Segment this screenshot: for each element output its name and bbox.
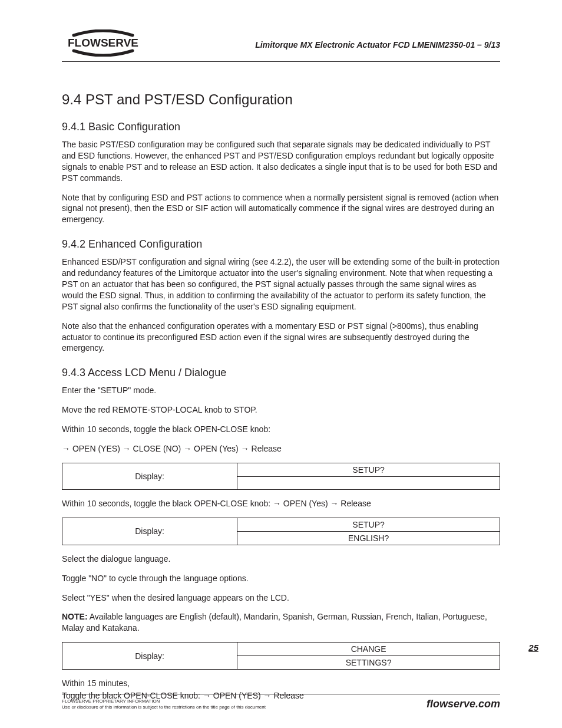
header-rule xyxy=(62,61,500,62)
paragraph: The basic PST/ESD configuration may be c… xyxy=(62,139,500,184)
display-value-cell: SETUP? xyxy=(237,518,500,531)
note-text: Available languages are English (default… xyxy=(62,612,487,633)
display-table-2: Display: SETUP? ENGLISH? xyxy=(62,518,500,545)
paragraph: Note also that the enhanced configuratio… xyxy=(62,321,500,354)
display-value-cell: CHANGE xyxy=(237,643,500,656)
paragraph: → OPEN (YES) → CLOSE (NO) → OPEN (Yes) →… xyxy=(62,443,500,454)
display-label-cell: Display: xyxy=(62,463,237,489)
section-heading-9-4-2: 9.4.2 Enhanced Configuration xyxy=(62,238,500,251)
page-footer: FLOWSERVE PROPRIETARY INFORMATION Use or… xyxy=(62,694,500,710)
note-label: NOTE: xyxy=(62,612,88,621)
section-heading-9-4-1: 9.4.1 Basic Configuration xyxy=(62,121,500,133)
display-value-cell xyxy=(237,476,500,489)
paragraph: Enter the "SETUP" mode. xyxy=(62,385,500,396)
display-value-cell: ENGLISH? xyxy=(237,531,500,545)
section-heading-9-4-3: 9.4.3 Access LCD Menu / Dialogue xyxy=(62,367,500,379)
note-paragraph: NOTE: Available languages are English (d… xyxy=(62,611,500,634)
display-table-3: Display: CHANGE SETTINGS? xyxy=(62,642,500,670)
paragraph: Select the dialogue language. xyxy=(62,554,500,565)
paragraph: Move the red REMOTE-STOP-LOCAL knob to S… xyxy=(62,404,500,416)
footer-site: flowserve.com xyxy=(427,698,500,710)
paragraph: Select "YES" when the desired language a… xyxy=(62,592,500,604)
display-value-cell: SETUP? xyxy=(237,463,500,476)
page-number: 25 xyxy=(528,643,538,653)
paragraph: Within 10 seconds, toggle the black OPEN… xyxy=(62,424,500,435)
display-label-cell: Display: xyxy=(62,643,237,670)
flowserve-logo: FLOWSERVE xyxy=(62,29,144,57)
logo-text: FLOWSERVE xyxy=(68,37,138,49)
paragraph: Within 15 minutes, xyxy=(62,678,500,689)
footer-rule xyxy=(62,694,500,694)
display-table-1: Display: SETUP? xyxy=(62,463,500,490)
flowserve-logo-icon: FLOWSERVE xyxy=(62,29,144,57)
display-value-cell: SETTINGS? xyxy=(237,656,500,670)
footer-line-2: Use or disclosure of this information is… xyxy=(62,704,266,710)
footer-proprietary: FLOWSERVE PROPRIETARY INFORMATION Use or… xyxy=(62,699,266,710)
paragraph: Enhanced ESD/PST configuration and signa… xyxy=(62,256,500,312)
document-title: Limitorque MX Electronic Actuator FCD LM… xyxy=(255,40,500,50)
footer-line-1: FLOWSERVE PROPRIETARY INFORMATION xyxy=(62,699,266,704)
section-heading-9-4: 9.4 PST and PST/ESD Configuration xyxy=(62,91,500,108)
paragraph: Note that by configuring ESD and PST act… xyxy=(62,192,500,226)
paragraph: Within 10 seconds, toggle the black OPEN… xyxy=(62,498,500,509)
display-label-cell: Display: xyxy=(62,518,237,545)
page-header: FLOWSERVE Limitorque MX Electronic Actua… xyxy=(62,29,500,57)
paragraph: Toggle "NO" to cycle through the languag… xyxy=(62,573,500,584)
